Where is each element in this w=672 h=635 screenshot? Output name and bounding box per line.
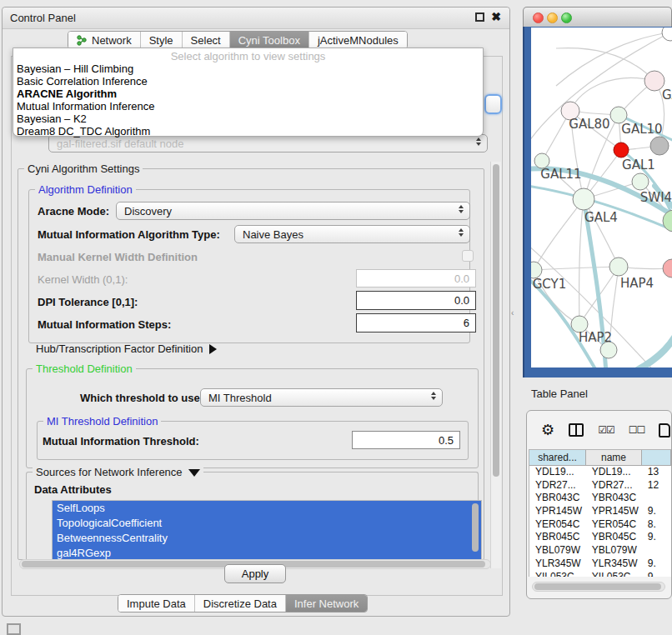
table-row[interactable]: YIL053CYIL053C9 [529, 571, 671, 578]
aracne-mode-label: Aracne Mode: [38, 205, 109, 218]
mi-steps-label: Mutual Information Steps: [38, 318, 171, 331]
which-threshold-combobox[interactable]: MI Threshold [200, 388, 443, 407]
columns-icon[interactable] [569, 423, 584, 437]
algorithm-definition-title: Algorithm Definition [35, 183, 136, 196]
table-cell: YDL19... [586, 466, 642, 479]
mi-threshold-input[interactable]: 0.5 [352, 431, 460, 449]
sources-title[interactable]: Sources for Network Inference [33, 466, 203, 478]
mi-steps-input[interactable]: 6 [356, 313, 476, 332]
manual-kernel-width-label: Manual Kernel Width Definition [38, 251, 198, 263]
popup-algorithm-item[interactable]: Dream8 DC_TDC Algorithm [17, 125, 479, 138]
popup-algorithm-item[interactable]: Bayesian – K2 [17, 112, 479, 125]
tab-infer-network[interactable]: Infer Network [286, 595, 367, 612]
apply-button[interactable]: Apply [224, 564, 286, 583]
tab-jactivemnodules[interactable]: jActiveMNodules [309, 32, 407, 48]
column-header-shared[interactable]: shared... [529, 450, 586, 466]
combo-stepper-icon [431, 392, 436, 400]
table-row[interactable]: YDL19...YDL19...13 [529, 466, 671, 479]
data-attribute-item[interactable]: SelfLoops [53, 501, 481, 516]
network-node[interactable] [662, 28, 672, 41]
collapse-down-icon[interactable] [188, 469, 200, 477]
document-icon[interactable] [659, 423, 670, 438]
table-cell: YLR345W [586, 558, 642, 571]
table-cell: 12 [642, 479, 671, 492]
table-horizontal-scrollbar[interactable] [532, 582, 665, 592]
table-cell: 9. [642, 558, 671, 571]
data-attribute-item[interactable]: TopologicalCoefficient [53, 516, 481, 531]
node-attribute-table[interactable]: shared... name YDL19...YDL19...13YDR27..… [529, 449, 671, 577]
network-node-label: GAL10 [621, 122, 662, 137]
float-window-icon[interactable] [475, 12, 484, 22]
network-window-titlebar[interactable] [523, 7, 672, 27]
table-cell: YPR145W [529, 505, 586, 518]
table-header-row: shared... name [529, 450, 671, 466]
tab-cyni-toolbox[interactable]: Cyni Toolbox [230, 32, 309, 48]
table-row[interactable]: YBL079WYBL079W [529, 544, 671, 558]
network-node[interactable] [663, 210, 672, 232]
kernel-width-input[interactable]: 0.0 [356, 269, 476, 288]
table-row[interactable]: YDR27...YDR27...12 [529, 479, 671, 492]
close-traffic-icon[interactable] [533, 12, 544, 23]
threshold-definition-title: Threshold Definition [33, 362, 136, 375]
network-node-gal4[interactable] [573, 188, 594, 210]
control-panel-title: Control Panel [3, 12, 76, 24]
algorithm-combobox-focused-edge[interactable] [484, 94, 502, 114]
data-attribute-item[interactable]: gal4RGexp [53, 546, 481, 560]
network-node-gcy1[interactable] [531, 262, 542, 278]
network-node[interactable] [650, 137, 669, 155]
data-attributes-list[interactable]: SelfLoopsTopologicalCoefficientBetweenne… [52, 500, 482, 560]
network-view-window: GALGAL80GAL10GAL1GAL11SWI4GAL4GCY1HAP4YH… [523, 7, 672, 378]
network-node-gal1[interactable] [614, 142, 629, 158]
network-node-y[interactable] [663, 259, 672, 278]
tab-discretize-data[interactable]: Discretize Data [195, 595, 286, 612]
mi-threshold-definition-group: MI Threshold Definition Mutual Informati… [37, 421, 469, 460]
network-node-swi4[interactable] [632, 173, 649, 190]
popup-algorithm-item[interactable]: Basic Correlation Inference [17, 75, 479, 88]
threshold-definition-group: Threshold Definition Which threshold to … [26, 368, 479, 468]
cyni-bottom-tabbar: Impute Data Discretize Data Infer Networ… [118, 594, 368, 612]
tab-select[interactable]: Select [183, 32, 230, 48]
deselect-all-checks-icon[interactable]: ☐☐ [629, 424, 645, 436]
table-row[interactable]: YBR043CYBR043C [529, 492, 671, 505]
mi-algorithm-type-combobox[interactable]: Naive Bayes [234, 225, 470, 243]
hub-factor-section-toggle[interactable]: Hub/Transcription Factor Definition [36, 342, 217, 355]
tab-style[interactable]: Style [141, 32, 183, 48]
close-icon[interactable]: ✖ [491, 12, 501, 22]
table-cell: YBR043C [529, 492, 586, 505]
list-vertical-scrollbar[interactable] [470, 502, 481, 559]
network-node-label: GCY1 [533, 277, 567, 292]
column-header-cut[interactable] [642, 450, 671, 466]
data-attribute-item[interactable]: BetweennessCentrality [53, 531, 481, 546]
popup-algorithm-item[interactable]: Mutual Information Inference [17, 100, 479, 112]
dpi-tolerance-label: DPI Tolerance [0,1]: [38, 296, 138, 308]
aracne-mode-combobox[interactable]: Discovery [116, 202, 470, 220]
settings-scrollpane: Cyni Algorithm Settings Algorithm Defini… [14, 162, 501, 568]
tab-network[interactable]: Network [68, 32, 141, 48]
table-cell: YDL19... [529, 466, 586, 479]
splitpane-divider-handle[interactable]: ‹ [511, 308, 516, 317]
zoom-traffic-icon[interactable] [561, 12, 572, 23]
dpi-tolerance-input[interactable]: 0.0 [356, 291, 476, 310]
popup-algorithm-item[interactable]: ARACNE Algorithm [17, 88, 479, 100]
popup-algorithm-item[interactable]: Bayesian – Hill Climbing [17, 62, 479, 75]
birdseye-toggle[interactable] [7, 623, 21, 635]
table-cell: YIL053C [529, 571, 586, 578]
table-row[interactable]: YBR045CYBR045C9. [529, 531, 671, 544]
tab-impute-data[interactable]: Impute Data [118, 595, 195, 612]
table-row[interactable]: YLR345WYLR345W9. [529, 558, 671, 571]
network-canvas[interactable]: GALGAL80GAL10GAL1GAL11SWI4GAL4GCY1HAP4YH… [531, 28, 672, 368]
kernel-width-label: Kernel Width (0,1): [38, 273, 128, 286]
gear-icon[interactable]: ⚙ [541, 421, 554, 439]
select-all-checks-icon[interactable]: ☑☑ [598, 424, 614, 436]
network-node-gal10[interactable] [610, 107, 627, 123]
network-node-hap4[interactable] [609, 258, 628, 276]
expand-right-icon[interactable] [209, 344, 217, 354]
column-header-name[interactable]: name [586, 450, 642, 466]
settings-vertical-scrollbar[interactable] [490, 162, 501, 568]
minimize-traffic-icon[interactable] [547, 12, 558, 23]
manual-kernel-width-checkbox[interactable] [462, 250, 474, 262]
table-cell: 9. [642, 505, 671, 518]
table-cell: YBL079W [586, 544, 642, 558]
table-row[interactable]: YER054CYER054C8. [529, 518, 671, 532]
table-row[interactable]: YPR145WYPR145W9. [529, 505, 671, 518]
